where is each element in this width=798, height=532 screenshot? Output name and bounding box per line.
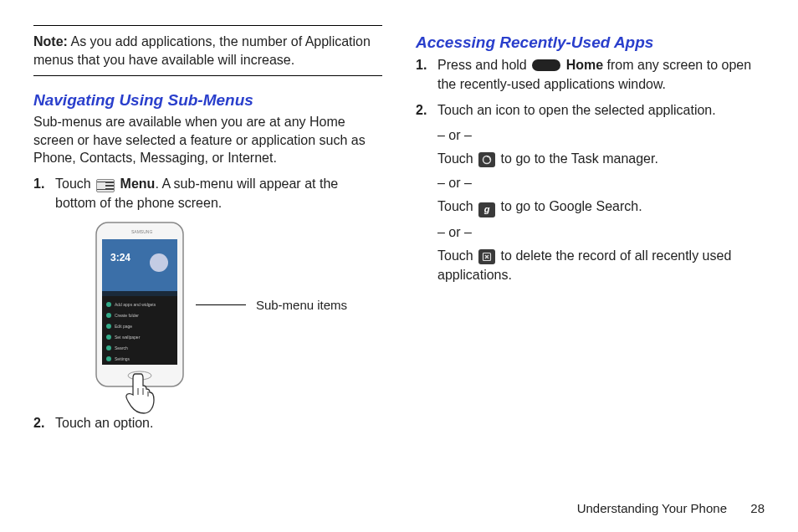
svg-text:Edit page: Edit page xyxy=(115,324,132,329)
phone-device: 3:24 Add apps and widgets Create folder … xyxy=(94,221,186,388)
callout-line xyxy=(196,304,246,305)
note-box: Note: As you add applications, the numbe… xyxy=(33,25,382,76)
step-number: 1. xyxy=(33,174,44,193)
svg-text:3:24: 3:24 xyxy=(110,252,130,263)
svg-point-10 xyxy=(106,324,111,329)
r5-a: Touch xyxy=(437,248,477,263)
or-separator: – or – xyxy=(437,125,765,145)
svg-point-14 xyxy=(106,345,111,350)
r4-a: Touch xyxy=(437,199,477,213)
hand-pointer-icon xyxy=(117,370,157,420)
step2-text: Touch an option. xyxy=(55,416,153,430)
menu-icon xyxy=(96,179,115,192)
step-number: 1. xyxy=(416,55,427,74)
svg-point-8 xyxy=(106,313,111,318)
right-step-1: 1. Press and hold Home from any screen t… xyxy=(437,55,765,94)
footer-chapter: Understanding Your Phone xyxy=(577,501,727,515)
task-manager-line: Touch to go to the Task manager. xyxy=(437,150,765,168)
svg-text:Settings: Settings xyxy=(115,356,130,361)
svg-point-6 xyxy=(106,302,111,307)
r4-b: to go to Google Search. xyxy=(501,199,642,213)
home-button-icon xyxy=(532,59,560,71)
step-number: 2. xyxy=(416,100,427,120)
step1-menu-label: Menu xyxy=(120,176,156,191)
or-separator: – or – xyxy=(437,173,765,192)
r1-text-a: Press and hold xyxy=(437,58,530,72)
page-footer: Understanding Your Phone 28 xyxy=(577,501,765,515)
phone-illustration: 3:24 Add apps and widgets Create folder … xyxy=(33,221,382,388)
svg-point-16 xyxy=(106,356,111,361)
r2-text: Touch an icon to open the selected appli… xyxy=(437,103,716,117)
google-icon: g xyxy=(478,202,495,217)
svg-point-4 xyxy=(150,253,168,272)
note-label: Note: xyxy=(33,34,68,49)
callout-label: Sub-menu items xyxy=(256,298,347,312)
step-number: 2. xyxy=(33,413,44,432)
r3-a: Touch xyxy=(437,151,477,166)
section-head-accessing: Accessing Recently-Used Apps xyxy=(416,33,765,52)
delete-record-line: Touch to delete the record of all recent… xyxy=(437,247,765,284)
section1-body: Sub-menus are available when you are at … xyxy=(33,113,382,167)
svg-text:Search: Search xyxy=(115,345,128,350)
step1-text-a: Touch xyxy=(55,176,95,191)
svg-text:Add apps and widgets: Add apps and widgets xyxy=(115,302,156,307)
right-step-2: 2. Touch an icon to open the selected ap… xyxy=(437,100,765,284)
svg-text:Create folder: Create folder xyxy=(115,313,139,318)
task-manager-icon xyxy=(478,152,495,167)
svg-text:Set wallpaper: Set wallpaper xyxy=(115,335,141,340)
left-step-1: 1. Touch Menu. A sub-menu will appear at… xyxy=(55,174,382,212)
left-step-2: 2. Touch an option. xyxy=(55,413,382,432)
or-separator: – or – xyxy=(437,223,765,242)
r1-home-label: Home xyxy=(566,58,603,72)
left-column: Note: As you add applications, the numbe… xyxy=(33,25,382,440)
section-head-navigating: Navigating Using Sub-Menus xyxy=(33,91,382,110)
google-search-line: Touch g to go to Google Search. xyxy=(437,197,765,217)
note-text: As you add applications, the number of A… xyxy=(33,34,371,67)
r3-b: to go to the Task manager. xyxy=(501,151,658,166)
delete-icon xyxy=(478,249,495,264)
svg-text:SAMSUNG: SAMSUNG xyxy=(131,229,152,234)
footer-page-number: 28 xyxy=(750,501,765,515)
right-column: Accessing Recently-Used Apps 1. Press an… xyxy=(416,25,765,440)
svg-point-12 xyxy=(106,335,111,340)
